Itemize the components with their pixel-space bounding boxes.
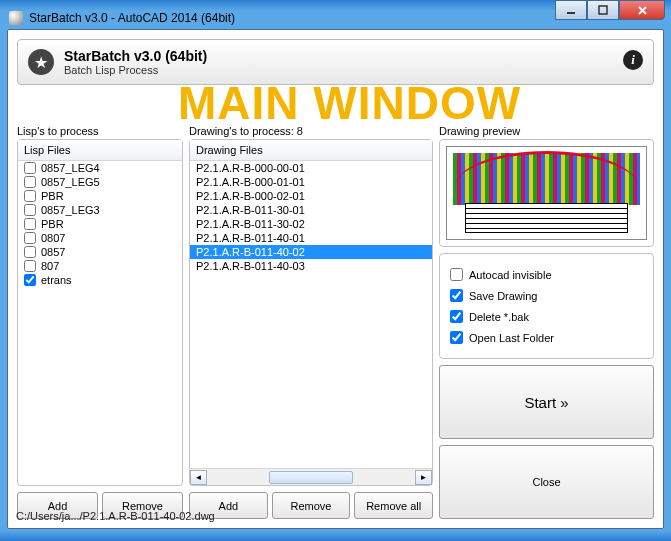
window-frame: StarBatch v3.0 - AutoCAD 2014 (64bit) ★ … xyxy=(0,0,671,541)
minimize-button[interactable] xyxy=(555,0,587,20)
drawings-column-header[interactable]: Drawing Files xyxy=(190,140,432,161)
preview-graphic-table xyxy=(465,203,628,233)
options-group: Autocad invisible Save Drawing Delete *.… xyxy=(439,253,654,359)
lisp-item-label: PBR xyxy=(41,190,64,202)
svg-rect-0 xyxy=(567,12,575,14)
client-area: ★ StarBatch v3.0 (64bit) Batch Lisp Proc… xyxy=(7,29,664,529)
lisp-item[interactable]: 0807 xyxy=(18,231,182,245)
autocad-invisible-label: Autocad invisible xyxy=(469,269,552,281)
drawing-item[interactable]: P2.1.A.R-B-000-02-01 xyxy=(190,189,432,203)
app-title: StarBatch v3.0 (64bit) xyxy=(64,48,207,64)
lisp-item[interactable]: PBR xyxy=(18,217,182,231)
close-button[interactable]: Close xyxy=(439,445,654,519)
preview-group xyxy=(439,139,654,247)
autocad-invisible-checkbox[interactable] xyxy=(450,268,463,281)
drawing-item[interactable]: P2.1.A.R-B-000-00-01 xyxy=(190,161,432,175)
scroll-right-arrow[interactable]: ► xyxy=(415,470,432,485)
save-drawing-checkbox[interactable] xyxy=(450,289,463,302)
option-open-last-folder[interactable]: Open Last Folder xyxy=(450,327,643,348)
lisp-item-label: PBR xyxy=(41,218,64,230)
lisp-item-label: 0857 xyxy=(41,246,65,258)
scroll-thumb[interactable] xyxy=(269,471,352,484)
lisp-item[interactable]: 0857_LEG5 xyxy=(18,175,182,189)
svg-rect-1 xyxy=(599,6,607,14)
delete-bak-label: Delete *.bak xyxy=(469,311,529,323)
maximize-button[interactable] xyxy=(587,0,619,20)
lisps-listbox[interactable]: Lisp Files 0857_LEG40857_LEG5PBR0857_LEG… xyxy=(17,139,183,486)
lisp-item-checkbox[interactable] xyxy=(24,176,36,188)
lisps-label: Lisp's to process xyxy=(17,125,183,137)
drawing-item[interactable]: P2.1.A.R-B-011-30-01 xyxy=(190,203,432,217)
lisp-item[interactable]: 0857 xyxy=(18,245,182,259)
drawing-item[interactable]: P2.1.A.R-B-011-40-02 xyxy=(190,245,432,259)
lisp-item-checkbox[interactable] xyxy=(24,162,36,174)
lisp-item-label: 0857_LEG3 xyxy=(41,204,100,216)
drawing-item[interactable]: P2.1.A.R-B-011-30-02 xyxy=(190,217,432,231)
lisp-item-label: 0857_LEG4 xyxy=(41,162,100,174)
preview-label: Drawing preview xyxy=(439,125,654,137)
lisp-item[interactable]: etrans xyxy=(18,273,182,287)
lisp-item-label: 807 xyxy=(41,260,59,272)
app-subtitle: Batch Lisp Process xyxy=(64,64,207,76)
lisps-column-header[interactable]: Lisp Files xyxy=(18,140,182,161)
drawings-listbox[interactable]: Drawing Files P2.1.A.R-B-000-00-01P2.1.A… xyxy=(189,139,433,486)
app-icon xyxy=(9,11,23,25)
open-last-folder-checkbox[interactable] xyxy=(450,331,463,344)
drawing-item[interactable]: P2.1.A.R-B-011-40-01 xyxy=(190,231,432,245)
info-icon[interactable]: i xyxy=(623,50,643,70)
app-header: ★ StarBatch v3.0 (64bit) Batch Lisp Proc… xyxy=(17,39,654,85)
drawings-label: Drawing's to process: 8 xyxy=(189,125,433,137)
lisp-item[interactable]: PBR xyxy=(18,189,182,203)
lisps-column: Lisp's to process Lisp Files 0857_LEG408… xyxy=(17,125,183,519)
drawing-preview xyxy=(446,146,647,240)
window-controls xyxy=(555,0,665,20)
main-body: Lisp's to process Lisp Files 0857_LEG408… xyxy=(17,125,654,519)
lisp-item-label: 0807 xyxy=(41,232,65,244)
status-bar: C:/Users/ja.../P2.1.A.R-B-011-40-02.dwg xyxy=(16,510,655,522)
lisp-item[interactable]: 0857_LEG3 xyxy=(18,203,182,217)
lisp-item-checkbox[interactable] xyxy=(24,218,36,230)
drawings-items: P2.1.A.R-B-000-00-01P2.1.A.R-B-000-01-01… xyxy=(190,161,432,468)
start-button[interactable]: Start » xyxy=(439,365,654,439)
option-autocad-invisible[interactable]: Autocad invisible xyxy=(450,264,643,285)
lisp-item-checkbox[interactable] xyxy=(24,246,36,258)
star-icon: ★ xyxy=(28,49,54,75)
drawing-item[interactable]: P2.1.A.R-B-011-40-03 xyxy=(190,259,432,273)
lisp-item-checkbox[interactable] xyxy=(24,274,36,286)
delete-bak-checkbox[interactable] xyxy=(450,310,463,323)
lisp-item[interactable]: 0857_LEG4 xyxy=(18,161,182,175)
lisp-item[interactable]: 807 xyxy=(18,259,182,273)
drawing-item[interactable]: P2.1.A.R-B-000-01-01 xyxy=(190,175,432,189)
drawings-column: Drawing's to process: 8 Drawing Files P2… xyxy=(189,125,433,519)
lisp-item-checkbox[interactable] xyxy=(24,190,36,202)
close-window-button[interactable] xyxy=(619,0,665,20)
option-delete-bak[interactable]: Delete *.bak xyxy=(450,306,643,327)
save-drawing-label: Save Drawing xyxy=(469,290,537,302)
option-save-drawing[interactable]: Save Drawing xyxy=(450,285,643,306)
lisp-item-label: etrans xyxy=(41,274,72,286)
scroll-left-arrow[interactable]: ◄ xyxy=(190,470,207,485)
lisp-item-checkbox[interactable] xyxy=(24,232,36,244)
lisp-item-label: 0857_LEG5 xyxy=(41,176,100,188)
lisp-item-checkbox[interactable] xyxy=(24,260,36,272)
lisps-items: 0857_LEG40857_LEG5PBR0857_LEG3PBR0807085… xyxy=(18,161,182,485)
lisp-item-checkbox[interactable] xyxy=(24,204,36,216)
open-last-folder-label: Open Last Folder xyxy=(469,332,554,344)
header-titles: StarBatch v3.0 (64bit) Batch Lisp Proces… xyxy=(64,48,207,76)
horizontal-scrollbar[interactable]: ◄ ► xyxy=(190,468,432,485)
right-column: Drawing preview Autocad invisible xyxy=(439,125,654,519)
scroll-track[interactable] xyxy=(207,470,415,485)
